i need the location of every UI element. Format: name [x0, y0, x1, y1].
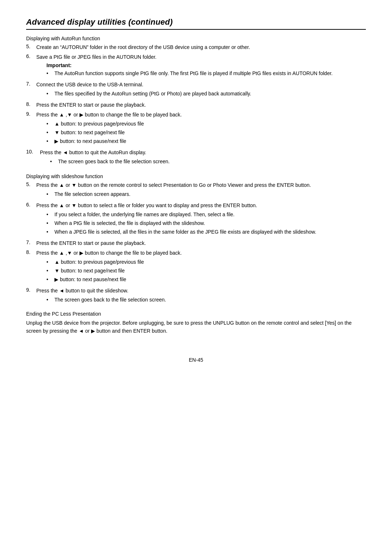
autorun-item-6-block: Save a PtG file or JPEG files in the AUT…: [36, 53, 332, 79]
slideshow-step9-bullets: • The screen goes back to the file selec…: [46, 296, 166, 304]
autorun-step10-bullet-1: • The screen goes back to the file selec…: [50, 158, 170, 165]
slideshow-item-8-block: Press the ▲ ,▼ or ▶ button to change the…: [36, 249, 182, 285]
bullet-icon-9: •: [46, 219, 54, 227]
bullet-icon-3: •: [46, 120, 54, 128]
autorun-item-5: 5. Create an “AUTORUN” folder in the roo…: [26, 44, 366, 51]
ending-section: Ending the PC Less Presentation Unplug t…: [26, 311, 366, 335]
autorun-step9-bullet-2-text: ▼ button: to next page/next file: [54, 129, 125, 136]
autorun-step7-bullet-1: • The files specified by the AutoRun set…: [46, 90, 251, 98]
slideshow-list-part2: 6. Press the ▲ or ▼ button to select a f…: [26, 202, 366, 237]
autorun-item-7-block: Connect the USB device to the USB-A term…: [36, 81, 251, 99]
autorun-section-heading: Displaying with AutoRun function: [26, 36, 366, 41]
slideshow-step6-bullet-2-text: When a PtG file is selected, the file is…: [54, 219, 205, 227]
slideshow-item-6-text: Press the ▲ or ▼ button to select a file…: [36, 202, 257, 208]
autorun-item-7: 7. Connect the USB device to the USB-A t…: [26, 81, 366, 99]
bullet-icon-12: •: [46, 267, 54, 275]
autorun-item-10: 10. Press the ◄ button to quit the AutoR…: [26, 149, 366, 167]
autorun-item-10-block: Press the ◄ button to quit the AutoRun d…: [40, 149, 170, 167]
slideshow-item-9: 9. Press the ◄ button to quit the slides…: [26, 287, 366, 305]
slideshow-step5-bullets: • The file selection screen appears.: [46, 190, 311, 198]
autorun-item-9: 9. Press the ▲ ,▼ or ▶ button to change …: [26, 111, 366, 147]
page-number: EN-45: [26, 357, 366, 363]
autorun-list-part4: 10. Press the ◄ button to quit the AutoR…: [26, 149, 366, 167]
slideshow-step8-bullet-3: • ▶ button: to next pause/next file: [46, 276, 182, 283]
slideshow-item-9-block: Press the ◄ button to quit the slideshow…: [36, 287, 166, 305]
slideshow-list-part1: 5. Press the ▲ or ▼ button on the remote…: [26, 181, 366, 200]
autorun-item-5-num: 5.: [26, 44, 36, 49]
autorun-step9-bullet-3-text: ▶ button: to next pause/next file: [54, 138, 126, 145]
autorun-important-bullet-1-text: The AutoRun function supports single PtG…: [54, 70, 332, 77]
slideshow-item-8-text: Press the ▲ ,▼ or ▶ button to change the…: [36, 250, 182, 256]
bullet-icon-1: •: [46, 70, 54, 77]
slideshow-item-6: 6. Press the ▲ or ▼ button to select a f…: [26, 202, 366, 237]
autorun-item-9-block: Press the ▲ ,▼ or ▶ button to change the…: [36, 111, 182, 147]
autorun-step7-bullets: • The files specified by the AutoRun set…: [46, 90, 251, 98]
autorun-important-bullet-1: • The AutoRun function supports single P…: [46, 70, 332, 77]
slideshow-step9-bullet-1: • The screen goes back to the file selec…: [46, 296, 166, 304]
slideshow-item-9-num: 9.: [26, 287, 36, 293]
slideshow-item-5-num: 5.: [26, 181, 36, 187]
autorun-item-8: 8. Press the ENTER to start or pause the…: [26, 101, 366, 109]
bullet-icon-13: •: [46, 276, 54, 283]
autorun-item-7-num: 7.: [26, 81, 36, 87]
slideshow-item-9-text: Press the ◄ button to quit the slideshow…: [36, 288, 128, 294]
autorun-list-part2: 7. Connect the USB device to the USB-A t…: [26, 81, 366, 99]
bullet-icon-7: •: [46, 190, 54, 198]
page-title: Advanced display utilities (continued): [26, 17, 366, 27]
autorun-important-bullets: • The AutoRun function supports single P…: [46, 70, 332, 77]
autorun-step7-bullet-1-text: The files specified by the AutoRun setti…: [54, 90, 251, 98]
ending-section-heading: Ending the PC Less Presentation: [26, 311, 366, 317]
autorun-list-part3: 8. Press the ENTER to start or pause the…: [26, 101, 366, 147]
autorun-item-7-text: Connect the USB device to the USB-A term…: [36, 82, 143, 87]
bullet-icon-2: •: [46, 90, 54, 98]
autorun-step9-bullets: • ▲ button: to previous page/previous fi…: [46, 120, 182, 145]
slideshow-list-part4: 9. Press the ◄ button to quit the slides…: [26, 287, 366, 305]
slideshow-step6-bullet-1: • If you select a folder, the underlying…: [46, 211, 316, 218]
slideshow-step6-bullet-3-text: When a JPEG file is selected, all the fi…: [54, 228, 316, 236]
slideshow-step6-bullet-2: • When a PtG file is selected, the file …: [46, 219, 316, 227]
bullet-icon-8: •: [46, 211, 54, 218]
autorun-important-label: Important:: [46, 62, 332, 68]
autorun-item-9-text: Press the ▲ ,▼ or ▶ button to change the…: [36, 112, 182, 118]
slideshow-section: Displaying with slideshow function 5. Pr…: [26, 173, 366, 305]
slideshow-step5-bullet-1: • The file selection screen appears.: [46, 190, 311, 198]
slideshow-step8-bullet-2: • ▼ button: to next page/next file: [46, 267, 182, 275]
slideshow-step8-bullet-1: • ▲ button: to previous page/previous fi…: [46, 258, 182, 266]
slideshow-item-8: 8. Press the ▲ ,▼ or ▶ button to change …: [26, 249, 366, 285]
ending-section-paragraph: Unplug the USB device from the projector…: [26, 319, 366, 335]
autorun-step10-bullet-1-text: The screen goes back to the file selecti…: [58, 158, 170, 165]
autorun-item-10-num: 10.: [26, 149, 40, 155]
bullet-icon-10: •: [46, 228, 54, 236]
bullet-icon-11: •: [46, 258, 54, 266]
autorun-item-5-text: Create an “AUTORUN” folder in the root d…: [36, 44, 250, 51]
autorun-item-8-num: 8.: [26, 101, 36, 107]
bullet-icon-5: •: [46, 138, 54, 145]
slideshow-item-7-num: 7.: [26, 239, 36, 245]
autorun-item-6-text: Save a PtG file or JPEG files in the AUT…: [36, 54, 156, 60]
slideshow-step6-bullet-1-text: If you select a folder, the underlying f…: [54, 211, 234, 218]
bullet-icon-6: •: [50, 158, 58, 165]
autorun-item-6: 6. Save a PtG file or JPEG files in the …: [26, 53, 366, 79]
autorun-list-part1: 5. Create an “AUTORUN” folder in the roo…: [26, 44, 366, 79]
autorun-step9-bullet-2: • ▼ button: to next page/next file: [46, 129, 182, 136]
autorun-step9-bullet-1: • ▲ button: to previous page/previous fi…: [46, 120, 182, 128]
slideshow-step5-bullet-1-text: The file selection screen appears.: [54, 190, 130, 198]
autorun-important-block: Important: • The AutoRun function suppor…: [46, 62, 332, 77]
slideshow-item-6-block: Press the ▲ or ▼ button to select a file…: [36, 202, 316, 237]
slideshow-item-7-text: Press the ENTER to start or pause the pl…: [36, 239, 146, 247]
autorun-step9-bullet-1-text: ▲ button: to previous page/previous file: [54, 120, 144, 128]
slideshow-item-6-num: 6.: [26, 202, 36, 208]
slideshow-step6-bullet-3: • When a JPEG file is selected, all the …: [46, 228, 316, 236]
bullet-icon-14: •: [46, 296, 54, 304]
slideshow-section-heading: Displaying with slideshow function: [26, 173, 366, 179]
slideshow-step8-bullet-1-text: ▲ button: to previous page/previous file: [54, 258, 144, 266]
autorun-item-10-text: Press the ◄ button to quit the AutoRun d…: [40, 149, 146, 155]
slideshow-step8-bullet-2-text: ▼ button: to next page/next file: [54, 267, 125, 275]
slideshow-item-5-block: Press the ▲ or ▼ button on the remote co…: [36, 181, 311, 200]
autorun-step10-bullets: • The screen goes back to the file selec…: [50, 158, 170, 165]
title-rule: [26, 29, 366, 30]
slideshow-item-7: 7. Press the ENTER to start or pause the…: [26, 239, 366, 247]
slideshow-step6-bullets: • If you select a folder, the underlying…: [46, 211, 316, 236]
slideshow-item-5-text: Press the ▲ or ▼ button on the remote co…: [36, 182, 311, 188]
slideshow-list-part3: 7. Press the ENTER to start or pause the…: [26, 239, 366, 285]
